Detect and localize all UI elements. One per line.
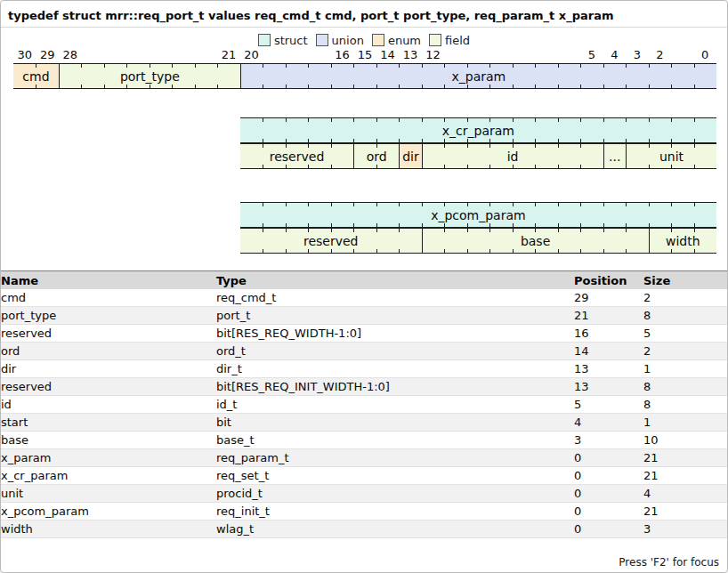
legend-item-struct: struct bbox=[258, 34, 308, 47]
bitfield-x_cr_param[interactable]: x_cr_param bbox=[240, 118, 716, 142]
cell-position: 0 bbox=[574, 503, 643, 521]
bit-tick bbox=[694, 144, 695, 148]
cell-position: 14 bbox=[574, 343, 643, 360]
bit-tick bbox=[308, 229, 309, 232]
cell-name: width bbox=[1, 521, 216, 538]
bit-tick bbox=[444, 118, 445, 122]
bit-number-label-15: 15 bbox=[353, 48, 376, 61]
bitfield-[interactable]: ... bbox=[603, 144, 626, 168]
bit-tick bbox=[558, 144, 559, 148]
struct-color-swatch-icon bbox=[258, 34, 271, 46]
bit-tick bbox=[263, 165, 263, 168]
bit-tick bbox=[353, 203, 354, 206]
cell-name: reserved bbox=[1, 325, 216, 343]
bit-tick bbox=[671, 165, 672, 168]
bit-tick bbox=[331, 203, 332, 206]
bitfield-x_param[interactable]: x_param bbox=[240, 64, 716, 88]
bit-tick bbox=[422, 203, 423, 206]
table-row-start[interactable]: startbit41 bbox=[1, 414, 728, 432]
bit-tick bbox=[286, 139, 287, 142]
bit-tick bbox=[286, 165, 287, 168]
bit-tick bbox=[353, 249, 354, 253]
cell-name: x_pcom_param bbox=[1, 503, 216, 521]
bitfield-reserved[interactable]: reserved bbox=[240, 144, 353, 168]
bitfield-width[interactable]: width bbox=[649, 229, 716, 253]
bit-tick bbox=[649, 85, 650, 88]
cell-type: id_t bbox=[216, 396, 574, 414]
column-header-position: Position bbox=[574, 271, 643, 290]
bit-tick bbox=[444, 229, 445, 232]
bitfield-x_pcom_param[interactable]: x_pcom_param bbox=[240, 203, 716, 227]
bit-tick bbox=[671, 203, 672, 206]
bit-tick bbox=[626, 223, 627, 227]
bit-tick bbox=[513, 85, 514, 88]
bit-tick bbox=[150, 85, 150, 88]
cell-position: 4 bbox=[574, 414, 643, 432]
bit-tick bbox=[580, 85, 581, 88]
cell-name: port_type bbox=[1, 307, 216, 325]
table-row-reserved[interactable]: reservedbit[RES_REQ_INIT_WIDTH-1:0]138 bbox=[1, 378, 728, 396]
bit-tick bbox=[626, 165, 627, 168]
bit-tick bbox=[535, 139, 536, 142]
bit-tick bbox=[535, 203, 536, 206]
bit-tick bbox=[467, 85, 468, 88]
bit-tick bbox=[104, 85, 105, 88]
bit-tick bbox=[467, 118, 468, 122]
bit-tick bbox=[263, 85, 263, 88]
table-row-reserved[interactable]: reservedbit[RES_REQ_WIDTH-1:0]165 bbox=[1, 325, 728, 343]
table-row-unit[interactable]: unitprocid_t04 bbox=[1, 485, 728, 503]
bit-tick bbox=[376, 64, 377, 68]
bit-tick bbox=[671, 85, 672, 88]
bit-number-label-13: 13 bbox=[399, 48, 421, 61]
bit-tick bbox=[376, 223, 377, 227]
bit-tick bbox=[286, 223, 287, 227]
table-row-port_type[interactable]: port_typeport_t218 bbox=[1, 307, 728, 325]
bit-tick bbox=[489, 118, 490, 122]
table-row-x_param[interactable]: x_paramreq_param_t021 bbox=[1, 449, 728, 467]
table-row-x_cr_param[interactable]: x_cr_paramreq_set_t021 bbox=[1, 467, 728, 485]
cell-type: dir_t bbox=[216, 360, 574, 378]
bit-tick bbox=[59, 64, 60, 68]
bit-tick bbox=[513, 203, 514, 206]
bit-tick bbox=[286, 249, 287, 253]
cell-name: cmd bbox=[1, 289, 216, 307]
table-body: cmdreq_cmd_t292port_typeport_t218reserve… bbox=[1, 289, 728, 538]
bit-tick bbox=[580, 139, 581, 142]
bit-tick bbox=[286, 64, 287, 68]
bit-tick bbox=[422, 223, 423, 227]
table-row-ord[interactable]: ordord_t142 bbox=[1, 343, 728, 360]
cell-position: 13 bbox=[574, 378, 643, 396]
bit-tick bbox=[399, 203, 400, 206]
bit-tick bbox=[558, 139, 559, 142]
bitfield-dir[interactable]: dir bbox=[399, 144, 421, 168]
bit-tick bbox=[580, 223, 581, 227]
cell-size: 3 bbox=[643, 521, 728, 538]
bit-tick bbox=[422, 139, 423, 142]
bit-tick bbox=[376, 165, 377, 168]
bit-tick bbox=[422, 249, 423, 253]
bit-tick bbox=[649, 223, 650, 227]
bit-tick bbox=[422, 85, 423, 88]
cell-type: port_t bbox=[216, 307, 574, 325]
bit-number-label-0: 0 bbox=[694, 48, 716, 61]
table-row-x_pcom_param[interactable]: x_pcom_paramreq_init_t021 bbox=[1, 503, 728, 521]
bit-tick bbox=[694, 229, 695, 232]
bit-tick bbox=[626, 85, 627, 88]
bit-tick bbox=[626, 139, 627, 142]
table-row-dir[interactable]: dirdir_t131 bbox=[1, 360, 728, 378]
bit-tick bbox=[513, 165, 514, 168]
bit-number-label-12: 12 bbox=[422, 48, 444, 61]
table-row-base[interactable]: basebase_t310 bbox=[1, 432, 728, 449]
table-row-cmd[interactable]: cmdreq_cmd_t292 bbox=[1, 289, 728, 307]
bit-tick bbox=[671, 144, 672, 148]
bit-tick bbox=[308, 144, 309, 148]
bit-tick bbox=[81, 64, 82, 68]
bit-tick bbox=[353, 144, 354, 148]
bit-tick bbox=[513, 249, 514, 253]
bit-tick bbox=[580, 249, 581, 253]
bit-tick bbox=[580, 64, 581, 68]
bit-number-label-28: 28 bbox=[59, 48, 81, 61]
table-row-id[interactable]: idid_t58 bbox=[1, 396, 728, 414]
bit-tick bbox=[535, 85, 536, 88]
table-row-width[interactable]: widthwlag_t03 bbox=[1, 521, 728, 538]
